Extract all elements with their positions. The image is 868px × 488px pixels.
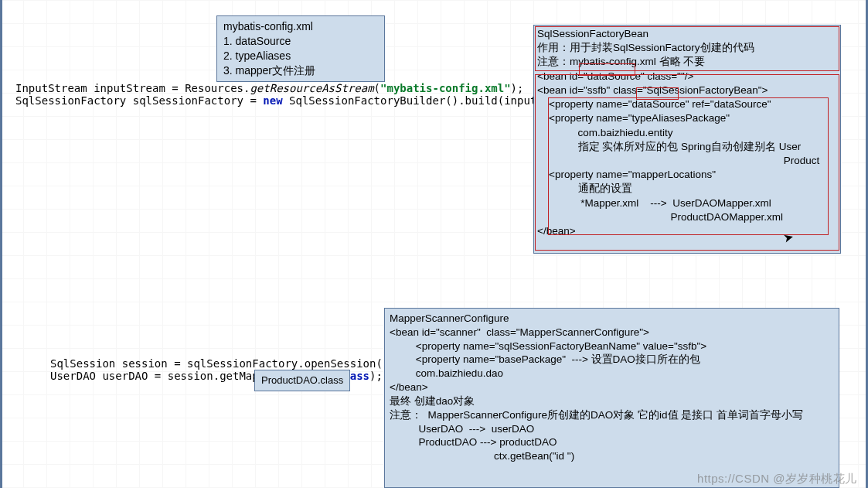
bb-l9b: Product — [537, 154, 837, 168]
bb-l4: <bean id="dataSource" class=""/> — [537, 70, 837, 84]
bb-l5: <bean id="ssfb" class="SqlSessionFactory… — [537, 84, 837, 97]
bb-l9a: 指定 实体所对应的包 Spring自动创建别名 User — [537, 140, 837, 154]
lb-l3: <property name="sqlSessionFactoryBeanNam… — [390, 340, 834, 353]
c2-l1: SqlSession session = sqlSessionFactory.o… — [50, 357, 396, 370]
bb-l7: <property name="typeAliasesPackage" — [537, 111, 837, 125]
c2-l2b: ); — [369, 370, 383, 382]
kw-new: new — [263, 94, 282, 107]
lb-l4: <property name="basePackage" ---> 设置DAO接… — [390, 353, 834, 367]
bb-l6: <property name="dataSource" ref="dataSou… — [537, 97, 837, 111]
bb-l3: 注意：mybatis-config.xml 省略 不要 — [537, 55, 837, 69]
sqlsessionfactorybean-box: SqlSessionFactoryBean 作用：用于封装SqlSessionF… — [533, 25, 841, 254]
watermark-text: https://CSDN @岁岁种桃花儿 — [697, 472, 857, 486]
lb-l6: </bean> — [390, 381, 834, 394]
code-block-1: InputStream inputStream = Resources.getR… — [15, 70, 589, 107]
mybatis-config-l2: 1. dataSource — [223, 34, 378, 49]
bb-l13: ProductDAOMapper.xml — [537, 210, 837, 224]
c1-l1o: ( — [374, 82, 380, 94]
c1-l1c: ); — [511, 82, 524, 94]
bb-l12: *Mapper.xml ---> UserDAOMapper.xml — [537, 196, 837, 210]
c1-l1m: getResourceAsStream — [250, 82, 373, 94]
lb-l7: 最终 创建dao对象 — [390, 394, 834, 408]
lb-l5: com.baizhiedu.dao — [390, 367, 834, 381]
mybatis-config-l1: mybatis-config.xml — [223, 19, 378, 34]
productdao-label: ProductDAO.class — [261, 374, 343, 386]
productdao-box: ProductDAO.class — [254, 370, 350, 391]
bb-l2: 作用：用于封装SqlSessionFactory创建的代码 — [537, 41, 837, 55]
bb-l8: com.baizhiedu.entity — [537, 126, 837, 140]
left-edge — [0, 0, 2, 488]
lb-l9: UserDAO ---> userDAO — [390, 422, 834, 436]
c1-l2a: SqlSessionFactory sqlSessionFactory = — [15, 94, 263, 107]
bb-l11: 通配的设置 — [537, 182, 837, 196]
lb-l10: ProductDAO ---> productDAO — [390, 435, 834, 449]
mapperscanner-box: MapperScannerConfigure <bean id="scanner… — [384, 308, 839, 488]
lb-l1: MapperScannerConfigure — [390, 312, 834, 326]
bb-l1: SqlSessionFactoryBean — [537, 27, 837, 41]
c1-l1a: InputStream inputStream = Resources. — [15, 82, 250, 94]
bb-l10: <property name="mapperLocations" — [537, 168, 837, 182]
c1-str: "mybatis-config.xml" — [380, 82, 511, 94]
lb-l2: <bean id="scanner" class="MapperScannerC… — [390, 326, 834, 340]
mybatis-config-l3: 2. typeAliases — [223, 49, 378, 63]
lb-l8: 注意： MapperScannerConfigure所创建的DAO对象 它的id… — [390, 408, 834, 422]
lb-l11: ctx.getBean("id ") — [390, 449, 834, 463]
